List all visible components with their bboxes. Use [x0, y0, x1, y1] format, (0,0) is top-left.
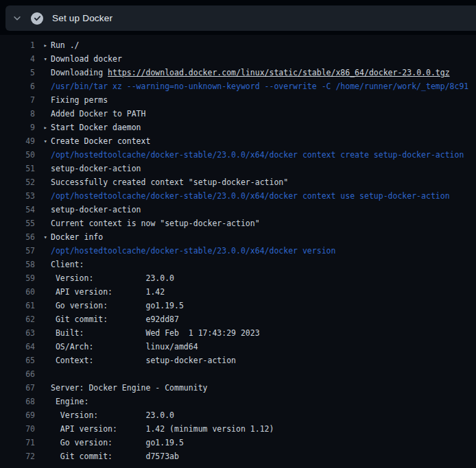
log-text: Server: Docker Engine - Community — [51, 383, 207, 393]
line-number[interactable]: 4 — [0, 52, 35, 66]
log-line: 64 OS/Arch: linux/amd64 — [0, 340, 476, 354]
log-command-text: /opt/hostedtoolcache/docker-stable/23.0.… — [51, 246, 335, 256]
line-number[interactable]: 6 — [0, 79, 35, 93]
log-line-content: Added Docker to PATH — [51, 107, 476, 121]
log-line-content: Downloading https://download.docker.com/… — [51, 66, 476, 79]
log-line-content: Current context is now "setup-docker-act… — [51, 217, 476, 230]
log-link[interactable]: https://download.docker.com/linux/static… — [108, 68, 450, 77]
log-text: Added Docker to PATH — [51, 109, 145, 119]
group-gutter — [35, 271, 51, 285]
log-text: Client: — [51, 260, 84, 269]
line-number[interactable]: 55 — [0, 217, 35, 230]
group-gutter — [35, 189, 51, 203]
log-line: 67 Server: Docker Engine - Community — [0, 381, 476, 395]
triangle-down-icon[interactable]: ▾ — [35, 230, 51, 244]
log-line: 7 Fixing perms — [0, 93, 476, 107]
log-text: API version: 1.42 (minimum version 1.12) — [51, 424, 274, 434]
log-line: 5 Downloading https://download.docker.co… — [0, 66, 476, 79]
line-number[interactable]: 58 — [0, 258, 35, 271]
line-number[interactable]: 66 — [0, 367, 35, 381]
log-line: 6 /usr/bin/tar xz --warning=no-unknown-k… — [0, 79, 476, 93]
log-line-content: Run ./ — [51, 38, 476, 52]
line-number[interactable]: 68 — [0, 395, 35, 408]
log-group-line[interactable]: 9 ▸ Start Docker daemon — [0, 121, 476, 134]
log-line: 51 setup-docker-action — [0, 162, 476, 175]
line-number[interactable]: 69 — [0, 408, 35, 422]
log-text: Go version: go1.19.5 — [51, 438, 184, 447]
line-number[interactable]: 52 — [0, 175, 35, 189]
group-title-text: Download docker — [51, 54, 122, 64]
log-line-content: setup-docker-action — [51, 162, 476, 175]
log-text: setup-docker-action — [51, 205, 141, 214]
log-line-content: API version: 1.42 — [51, 285, 476, 299]
group-gutter — [35, 175, 51, 189]
log-line: 71 Go version: go1.19.5 — [0, 436, 476, 449]
group-gutter — [35, 258, 51, 271]
triangle-down-icon[interactable]: ▾ — [35, 52, 51, 66]
triangle-right-icon[interactable]: ▸ — [35, 38, 51, 52]
line-number[interactable]: 71 — [0, 436, 35, 449]
line-number[interactable]: 70 — [0, 422, 35, 436]
line-number[interactable]: 54 — [0, 203, 35, 217]
line-number[interactable]: 72 — [0, 449, 35, 463]
log-command-text: /usr/bin/tar xz --warning=no-unknown-key… — [51, 82, 468, 91]
group-gutter — [35, 203, 51, 217]
group-gutter — [35, 217, 51, 230]
line-number[interactable]: 56 — [0, 230, 35, 244]
line-number[interactable]: 49 — [0, 134, 35, 148]
log-line-content: Fixing perms — [51, 93, 476, 107]
group-gutter — [35, 436, 51, 449]
step-header[interactable]: Set up Docker — [5, 5, 476, 31]
line-number[interactable]: 61 — [0, 299, 35, 312]
log-group-line[interactable]: 4 ▾ Download docker — [0, 52, 476, 66]
log-text: Version: 23.0.0 — [51, 410, 174, 420]
log-text: API version: 1.42 — [51, 287, 165, 297]
log-line-content: Server: Docker Engine - Community — [51, 381, 476, 395]
group-gutter — [35, 93, 51, 107]
line-number[interactable]: 57 — [0, 244, 35, 258]
log-line: 66 — [0, 367, 476, 381]
group-gutter — [35, 244, 51, 258]
line-number[interactable]: 8 — [0, 107, 35, 121]
log-line-content: OS/Arch: linux/amd64 — [51, 340, 476, 354]
log-line: 63 Built: Wed Feb 1 17:43:29 2023 — [0, 326, 476, 340]
log-line: 54 setup-docker-action — [0, 203, 476, 217]
line-number[interactable]: 1 — [0, 38, 35, 52]
log-text: Engine: — [51, 397, 88, 406]
line-number[interactable]: 65 — [0, 354, 35, 367]
line-number[interactable]: 5 — [0, 66, 35, 79]
log-line: 62 Git commit: e92dd87 — [0, 312, 476, 326]
group-gutter — [35, 162, 51, 175]
group-title-text: Docker info — [51, 232, 103, 242]
log-line-content: /usr/bin/tar xz --warning=no-unknown-key… — [51, 79, 476, 93]
group-gutter — [35, 326, 51, 340]
group-title-text: Run ./ — [51, 40, 80, 50]
line-number[interactable]: 50 — [0, 148, 35, 162]
log-line-content: Version: 23.0.0 — [51, 271, 476, 285]
log-group-line[interactable]: 56 ▾ Docker info — [0, 230, 476, 244]
line-number[interactable]: 9 — [0, 121, 35, 134]
log-line-content: Create Docker context — [51, 134, 476, 148]
log-group-line[interactable]: 1 ▸ Run ./ — [0, 38, 476, 52]
chevron-down-icon[interactable] — [12, 13, 23, 24]
log-line-content: Go version: go1.19.5 — [51, 436, 476, 449]
group-gutter — [35, 381, 51, 395]
line-number[interactable]: 62 — [0, 312, 35, 326]
line-number[interactable]: 63 — [0, 326, 35, 340]
line-number[interactable]: 64 — [0, 340, 35, 354]
triangle-down-icon[interactable]: ▾ — [35, 134, 51, 148]
group-gutter — [35, 395, 51, 408]
triangle-right-icon[interactable]: ▸ — [35, 121, 51, 134]
line-number[interactable]: 53 — [0, 189, 35, 203]
line-number[interactable]: 51 — [0, 162, 35, 175]
check-circle-icon — [31, 12, 43, 25]
log-line: 69 Version: 23.0.0 — [0, 408, 476, 422]
step-title: Set up Docker — [52, 13, 112, 23]
line-number[interactable]: 59 — [0, 271, 35, 285]
log-line-content: API version: 1.42 (minimum version 1.12) — [51, 422, 476, 436]
log-group-line[interactable]: 49 ▾ Create Docker context — [0, 134, 476, 148]
line-number[interactable]: 7 — [0, 93, 35, 107]
log-line: 61 Go version: go1.19.5 — [0, 299, 476, 312]
line-number[interactable]: 67 — [0, 381, 35, 395]
line-number[interactable]: 60 — [0, 285, 35, 299]
